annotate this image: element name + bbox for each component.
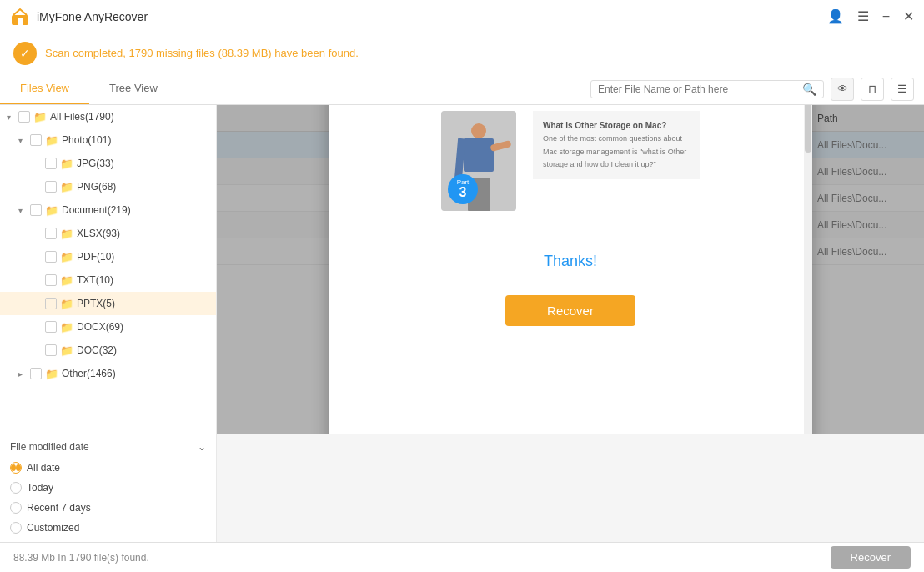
sidebar-item-txt[interactable]: 📁 TXT(10) — [0, 268, 216, 292]
sidebar-item-doc[interactable]: 📁 DOC(32) — [0, 339, 216, 362]
checkbox[interactable] — [45, 158, 57, 169]
scan-message: Scan completed, 1790 missing files (88.3… — [45, 47, 359, 59]
sidebar-label: DOC(32) — [77, 344, 216, 356]
sidebar-item-xlsx[interactable]: 📁 XLSX(93) — [0, 222, 216, 245]
preview-modal: ✕ — [329, 105, 812, 434]
radio-recent7[interactable] — [10, 502, 22, 514]
user-icon[interactable]: 👤 — [827, 8, 844, 24]
checkbox[interactable] — [45, 181, 57, 193]
checkbox[interactable] — [30, 204, 42, 216]
checkbox[interactable] — [45, 274, 57, 286]
filter-option-recent7[interactable]: Recent 7 days — [10, 498, 206, 518]
arrow-icon — [33, 183, 45, 192]
svg-rect-1 — [18, 18, 23, 25]
search-input[interactable] — [598, 83, 802, 95]
sidebar-label: Document(219) — [62, 204, 216, 216]
radio-dot — [11, 464, 16, 471]
tab-files-view[interactable]: Files View — [0, 73, 89, 104]
arrow-icon — [33, 276, 45, 285]
thanks-label: Thanks! — [544, 253, 597, 270]
arrow-icon: ▾ — [18, 136, 30, 145]
sidebar-label: PDF(10) — [77, 251, 216, 263]
filter-label: All date — [27, 462, 60, 474]
arrow-icon — [33, 229, 45, 238]
sidebar-item-document[interactable]: ▾ 📁 Document(219) — [0, 198, 216, 222]
sidebar-item-pptx[interactable]: 📁 PPTX(5) — [0, 292, 216, 315]
checkbox[interactable] — [45, 298, 57, 309]
filter-label: Customized — [27, 522, 79, 534]
checkbox[interactable] — [18, 111, 30, 123]
arrow-icon: ▸ — [18, 369, 30, 379]
arrow-icon — [33, 299, 45, 309]
checkbox[interactable] — [30, 134, 42, 146]
checkbox[interactable] — [45, 344, 57, 356]
app-title: iMyFone AnyRecover — [37, 10, 827, 23]
modal-scrollbar[interactable] — [804, 105, 812, 434]
sidebar-item-pdf[interactable]: 📁 PDF(10) — [0, 245, 216, 268]
scrollbar-thumb — [805, 105, 811, 153]
check-icon: ✓ — [13, 42, 37, 65]
arrow-icon — [33, 253, 45, 262]
sidebar-item-all-files[interactable]: ▾ 📁 All Files(1790) — [0, 105, 216, 128]
modal-content: Part 3 What is Other Storage on Mac? One… — [329, 105, 812, 434]
filter-label: Recent 7 days — [27, 502, 91, 514]
checkbox[interactable] — [45, 228, 57, 239]
filter-panel: File modified date ⌄ All date Today Rece… — [0, 434, 217, 542]
minimize-icon[interactable]: − — [882, 9, 890, 24]
sidebar-item-docx[interactable]: 📁 DOCX(69) — [0, 315, 216, 339]
filter-option-customized[interactable]: Customized — [10, 518, 206, 538]
tab-tree-view[interactable]: Tree View — [89, 73, 178, 104]
menu-icon[interactable]: ☰ — [857, 8, 869, 24]
scan-banner: ✓ Scan completed, 1790 missing files (88… — [0, 33, 924, 73]
scan-prefix: Scan completed, — [45, 47, 128, 59]
sidebar-label: PPTX(5) — [77, 298, 216, 309]
modal-preview: Part 3 What is Other Storage on Mac? One… — [441, 111, 700, 211]
status-text: 88.39 Mb In 1790 file(s) found. — [13, 552, 149, 564]
close-icon[interactable]: ✕ — [903, 8, 914, 24]
sidebar-item-jpg[interactable]: 📁 JPG(33) — [0, 152, 216, 175]
list-view-btn[interactable]: ☰ — [891, 78, 914, 101]
search-area: 🔍 👁 ⊓ ☰ — [178, 73, 924, 104]
checkbox[interactable] — [45, 321, 57, 333]
status-bar: 88.39 Mb In 1790 file(s) found. Recover — [0, 542, 924, 572]
recover-button[interactable]: Recover — [505, 295, 635, 326]
sidebar-item-photo[interactable]: ▾ 📁 Photo(101) — [0, 128, 216, 152]
filter-option-today[interactable]: Today — [10, 478, 206, 498]
sidebar-label: TXT(10) — [77, 274, 216, 286]
sidebar-label: All Files(1790) — [50, 111, 216, 123]
tab-bar: Files View Tree View 🔍 👁 ⊓ ☰ — [0, 73, 924, 105]
search-box: 🔍 — [590, 80, 824, 98]
search-icon[interactable]: 🔍 — [802, 83, 816, 96]
main-recover-button[interactable]: Recover — [831, 546, 911, 569]
preview-text: What is Other Storage on Mac? One of the… — [533, 111, 700, 179]
arrow-icon — [33, 323, 45, 332]
app-logo — [10, 7, 30, 27]
sidebar-label: Photo(101) — [62, 134, 216, 146]
radio-all-date[interactable] — [10, 462, 22, 474]
checkbox[interactable] — [45, 251, 57, 263]
sidebar-label: Other(1466) — [62, 368, 216, 379]
sidebar-item-other[interactable]: ▸ 📁 Other(1466) — [0, 362, 216, 385]
filter-title: File modified date — [10, 441, 89, 453]
sidebar-label: XLSX(93) — [77, 228, 216, 239]
titlebar: iMyFone AnyRecover 👤 ☰ − ✕ — [0, 0, 924, 33]
modal-overlay: ✕ — [217, 105, 924, 434]
sidebar-item-png[interactable]: 📁 PNG(68) — [0, 175, 216, 198]
sidebar-label: JPG(33) — [77, 158, 216, 169]
arrow-icon — [33, 346, 45, 355]
arrow-icon — [33, 159, 45, 168]
filter-option-all-date[interactable]: All date — [10, 458, 206, 478]
sidebar-label: PNG(68) — [77, 181, 216, 193]
sidebar-label: DOCX(69) — [77, 321, 216, 333]
eye-view-btn[interactable]: 👁 — [831, 78, 854, 101]
radio-customized[interactable] — [10, 522, 22, 534]
radio-today[interactable] — [10, 482, 22, 494]
checkbox[interactable] — [30, 368, 42, 379]
filter-arrow-icon: ⌄ — [198, 441, 206, 453]
preview-badge: Part 3 — [448, 174, 478, 204]
scan-highlight: 1790 missing files (88.39 MB) have been … — [128, 47, 358, 59]
grid-view-btn[interactable]: ⊓ — [861, 78, 884, 101]
filter-header[interactable]: File modified date ⌄ — [10, 441, 206, 453]
arrow-icon: ▾ — [18, 206, 30, 215]
content-area: dified Date Path 20-03-26 All Files\Docu… — [217, 105, 924, 434]
